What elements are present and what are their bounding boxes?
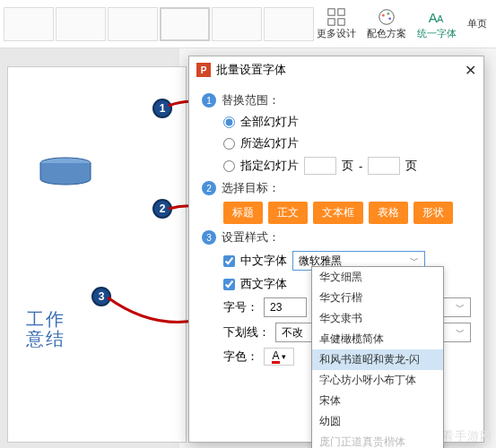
app-p-icon: P [196,63,211,77]
template-thumb-5[interactable] [212,7,262,41]
dialog-titlebar: P 批量设置字体 ✕ [189,56,483,83]
underline-label: 下划线： [223,324,270,340]
svg-rect-3 [338,19,344,25]
more-design-button[interactable]: 更多设计 [317,7,356,40]
page-sep-2: 页 [405,158,417,174]
radio-all-label: 全部幻灯片 [240,114,299,130]
font-option[interactable]: 卓健橄榄简体 [312,329,443,349]
template-thumb-2[interactable] [56,7,106,41]
font-option-disabled[interactable]: 庞门正道真贵楷体 [312,432,443,448]
font-dropdown-list[interactable]: 华文细黑 华文行楷 华文隶书 卓健橄榄简体 和风书道昭和黄龙-闪 字心坊小呀小布… [311,266,444,448]
page-sep-1: 页 [342,158,353,174]
en-font-label: 西文字体 [240,276,287,292]
color-scheme-button[interactable]: 配色方案 [367,7,406,40]
color-scheme-label: 配色方案 [367,27,406,40]
svg-rect-1 [338,9,344,15]
unify-font-button[interactable]: AA 统一字体 [417,7,457,40]
page-from-input[interactable] [304,157,336,175]
font-aa-icon: AA [427,7,447,27]
template-thumb-1[interactable] [4,7,54,41]
section-1-num: 1 [202,93,216,108]
grid-icon [326,7,346,27]
batch-font-dialog: P 批量设置字体 ✕ 1 替换范围： 全部幻灯片 所选幻灯片 指定幻灯片 页 - [188,56,484,443]
radio-all-input[interactable] [223,116,235,128]
font-size-value: 23 [270,301,282,314]
single-page-label: 单页 [467,17,487,30]
font-option[interactable]: 幼圆 [312,411,443,432]
palette-icon [377,7,396,27]
section-2-header: 2 选择目标： [202,180,471,196]
radio-specify-input[interactable] [223,160,235,172]
slide-text-2: 意结 [26,329,65,349]
en-font-checkbox[interactable] [223,279,235,290]
radio-all-slides[interactable]: 全部幻灯片 [223,114,471,130]
radio-selected-input[interactable] [223,138,235,150]
font-color-picker[interactable]: A ▾ [264,348,294,366]
dialog-title: 批量设置字体 [216,62,286,78]
font-option[interactable]: 华文隶书 [312,308,443,329]
font-size-combo[interactable]: 23 [264,297,307,317]
radio-selected-slides[interactable]: 所选幻灯片 [223,135,471,151]
svg-point-4 [379,10,395,25]
svg-point-7 [388,17,391,20]
section-2-num: 2 [202,181,216,195]
chip-body[interactable]: 正文 [268,202,308,224]
font-option[interactable]: 华文细黑 [312,267,443,288]
svg-text:A: A [437,13,444,24]
chip-shape[interactable]: 形状 [413,202,453,224]
radio-specify-label: 指定幻灯片 [240,158,299,174]
font-option[interactable]: 华文行楷 [312,288,443,308]
svg-rect-2 [328,19,335,25]
chevron-down-icon: ▾ [282,352,286,361]
underline-value: 不改 [282,325,303,340]
target-chip-row: 标题 正文 文本框 表格 形状 [202,202,471,224]
font-size-label: 字号： [223,299,258,315]
radio-selected-label: 所选幻灯片 [240,135,299,151]
page-dash: - [359,159,362,173]
font-option[interactable]: 字心坊小呀小布丁体 [312,370,443,391]
section-3-header: 3 设置样式： [202,229,471,246]
font-color-a-icon: A [272,350,279,364]
design-toolbar: 更多设计 配色方案 AA 统一字体 单页 [0,0,496,48]
chevron-down-icon: ﹀ [456,326,465,339]
svg-point-5 [382,14,385,17]
section-1-header: 1 替换范围： [202,92,471,108]
svg-point-6 [387,13,389,15]
section-3-num: 3 [202,230,216,245]
slide-text[interactable]: 工作 意结 [26,309,65,349]
more-design-label: 更多设计 [317,27,356,40]
cn-font-label: 中文字体 [240,253,287,269]
chip-title[interactable]: 标题 [223,202,263,224]
section-1-label: 替换范围： [222,92,280,108]
unify-font-label: 统一字体 [417,27,457,40]
cylinder-shape[interactable] [39,157,92,187]
font-option-highlighted[interactable]: 和风书道昭和黄龙-闪 [312,349,443,370]
chip-textbox[interactable]: 文本框 [313,202,363,224]
section-2-label: 选择目标： [222,180,280,196]
page-to-input[interactable] [368,157,400,175]
template-thumb-6[interactable] [264,7,314,41]
single-page-button[interactable]: 单页 [467,7,487,40]
template-thumb-4[interactable] [160,7,210,41]
dialog-close-button[interactable]: ✕ [465,62,476,79]
slide-text-1: 工作 [26,309,65,329]
font-option[interactable]: 宋体 [312,391,443,411]
cn-font-checkbox[interactable] [223,255,235,267]
chip-table[interactable]: 表格 [369,202,408,224]
font-color-label: 字色： [223,349,258,365]
template-thumb-3[interactable] [108,7,158,41]
section-3-label: 设置样式： [222,229,280,246]
chevron-down-icon: ﹀ [410,254,419,267]
chevron-down-icon: ﹀ [456,301,465,314]
svg-rect-0 [328,9,335,15]
radio-specify-slides[interactable]: 指定幻灯片 页 - 页 [223,157,471,175]
